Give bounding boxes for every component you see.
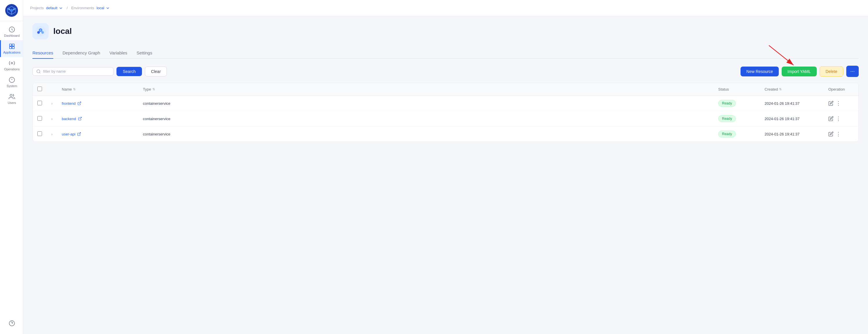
- search-input[interactable]: [43, 69, 110, 73]
- svg-rect-7: [9, 46, 11, 48]
- toolbar: Search Clear New Resource Import YAML De…: [32, 66, 859, 77]
- edit-icon-backend[interactable]: [828, 116, 834, 121]
- more-button[interactable]: ···: [846, 66, 859, 77]
- row-type-backend: containerservice: [143, 116, 170, 121]
- sort-icon-name: ⇅: [73, 88, 75, 91]
- row-status-cell-user-api: Ready: [714, 127, 760, 142]
- project-selector[interactable]: default: [46, 6, 63, 10]
- row-check-backend[interactable]: [33, 111, 46, 127]
- svg-rect-5: [9, 44, 11, 46]
- row-check-user-api[interactable]: [33, 127, 46, 142]
- row-created-cell-backend: 2024-01-26 19:41:37: [760, 111, 824, 127]
- row-expand-user-api[interactable]: ›: [46, 127, 57, 142]
- col-header-created[interactable]: Created ⇅: [760, 83, 824, 96]
- environment-selector[interactable]: local: [96, 6, 110, 10]
- expand-icon-user-api[interactable]: ›: [51, 132, 53, 136]
- col-header-type[interactable]: Type ⇅: [138, 83, 714, 96]
- external-link-icon-backend[interactable]: [78, 116, 82, 121]
- tab-dependency-graph[interactable]: Dependency Graph: [63, 47, 100, 59]
- row-created-backend: 2024-01-26 19:41:37: [765, 116, 800, 121]
- page-content: local Resources Dependency Graph Variabl…: [23, 16, 868, 334]
- import-yaml-button[interactable]: Import YAML: [782, 67, 816, 76]
- col-header-expand: [46, 83, 57, 96]
- table-header-row: Name ⇅ Type ⇅ Status: [33, 83, 859, 96]
- expand-icon-frontend[interactable]: ›: [51, 101, 53, 106]
- new-resource-button[interactable]: New Resource: [741, 67, 779, 76]
- row-type-user-api: containerservice: [143, 132, 170, 136]
- table: Name ⇅ Type ⇅ Status: [33, 83, 859, 141]
- sidebar-item-help[interactable]: [8, 317, 15, 329]
- delete-button[interactable]: Delete: [819, 66, 843, 77]
- sidebar-item-applications[interactable]: Applications: [0, 40, 23, 57]
- table-row: › backend containerservice Ready 2024-01…: [33, 111, 859, 127]
- row-checkbox-user-api[interactable]: [37, 131, 42, 136]
- svg-point-16: [41, 31, 44, 34]
- resource-name-backend[interactable]: backend: [62, 116, 133, 121]
- edit-icon-user-api[interactable]: [828, 131, 834, 137]
- svg-point-9: [11, 62, 13, 64]
- svg-rect-8: [12, 46, 14, 48]
- page-header: local: [32, 23, 859, 39]
- breadcrumb-separator: /: [67, 6, 68, 10]
- external-link-icon-frontend[interactable]: [78, 101, 82, 105]
- search-button[interactable]: Search: [117, 67, 142, 76]
- row-checkbox-backend[interactable]: [37, 116, 42, 121]
- select-all-checkbox[interactable]: [37, 87, 42, 91]
- env-name: local: [96, 6, 104, 10]
- tab-variables[interactable]: Variables: [110, 47, 127, 59]
- svg-rect-6: [12, 44, 14, 46]
- row-op-cell-backend: ⋮: [824, 111, 859, 127]
- toolbar-wrap: Search Clear New Resource Import YAML De…: [32, 66, 859, 77]
- svg-line-23: [80, 117, 81, 119]
- row-type-cell-backend: containerservice: [138, 111, 714, 127]
- clear-button[interactable]: Clear: [145, 67, 166, 76]
- svg-line-24: [79, 133, 81, 134]
- row-expand-frontend[interactable]: ›: [46, 96, 57, 111]
- row-checkbox-frontend[interactable]: [37, 101, 42, 105]
- sidebar: Dashboard Applications Operations System: [0, 0, 23, 334]
- svg-point-1: [10, 9, 13, 12]
- row-op-cell-user-api: ⋮: [824, 127, 859, 142]
- op-icons-user-api: ⋮: [828, 131, 854, 137]
- row-name-cell-user-api: user-api: [57, 127, 138, 142]
- sidebar-item-users[interactable]: Users: [0, 91, 23, 107]
- edit-icon-frontend[interactable]: [828, 101, 834, 106]
- toolbar-right: New Resource Import YAML Delete ···: [741, 66, 859, 77]
- row-created-frontend: 2024-01-26 19:41:37: [765, 101, 800, 106]
- tab-resources[interactable]: Resources: [32, 47, 53, 59]
- resource-name-frontend[interactable]: frontend: [62, 101, 133, 106]
- chevron-down-icon: [59, 6, 63, 10]
- sidebar-item-operations[interactable]: Operations: [0, 57, 23, 74]
- op-icons-frontend: ⋮: [828, 100, 854, 106]
- more-icon-user-api[interactable]: ⋮: [836, 131, 841, 137]
- sidebar-item-system-label: System: [7, 84, 18, 88]
- app-logo: [0, 0, 23, 21]
- tab-settings[interactable]: Settings: [136, 47, 152, 59]
- tabs: Resources Dependency Graph Variables Set…: [32, 47, 859, 59]
- resources-table: Name ⇅ Type ⇅ Status: [32, 83, 859, 142]
- svg-line-22: [79, 102, 81, 104]
- row-type-cell-frontend: containerservice: [138, 96, 714, 111]
- row-created-user-api: 2024-01-26 19:41:37: [765, 132, 800, 136]
- more-icon-frontend[interactable]: ⋮: [836, 100, 841, 106]
- resource-name-user-api[interactable]: user-api: [62, 132, 133, 136]
- expand-icon-backend[interactable]: ›: [51, 116, 53, 121]
- row-check-frontend[interactable]: [33, 96, 46, 111]
- col-header-name[interactable]: Name ⇅: [57, 83, 138, 96]
- env-icon: [32, 23, 49, 39]
- row-status-cell-frontend: Ready: [714, 96, 760, 111]
- svg-line-21: [39, 72, 40, 73]
- row-expand-backend[interactable]: ›: [46, 111, 57, 127]
- sidebar-item-system[interactable]: System: [0, 74, 23, 91]
- more-icon-backend[interactable]: ⋮: [836, 115, 841, 122]
- project-name: default: [46, 6, 57, 10]
- table-row: › frontend containerservice Ready 2024-0…: [33, 96, 859, 111]
- sidebar-item-dashboard[interactable]: Dashboard: [0, 24, 23, 40]
- svg-point-20: [37, 70, 40, 73]
- col-header-status: Status: [714, 83, 760, 96]
- external-link-icon-user-api[interactable]: [77, 132, 81, 136]
- main-area: Projects default / Environments local: [23, 0, 868, 334]
- op-icons-backend: ⋮: [828, 115, 854, 122]
- svg-point-10: [10, 94, 12, 96]
- status-badge-backend: Ready: [718, 115, 736, 122]
